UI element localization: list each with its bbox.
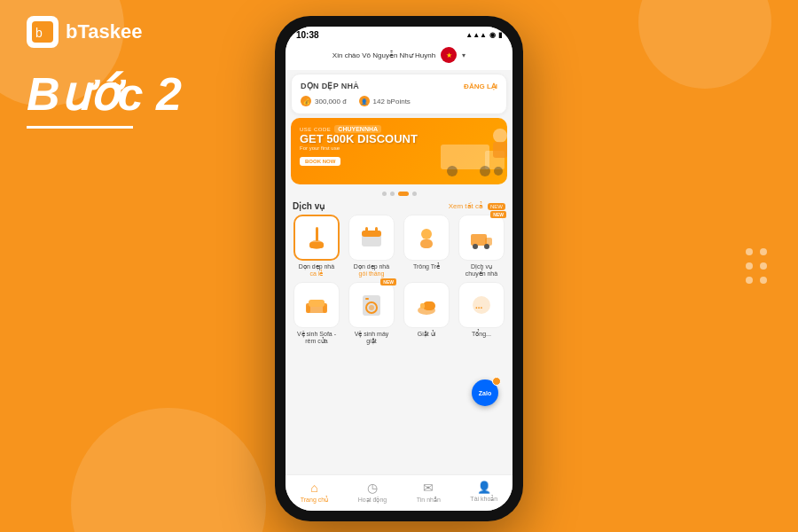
book-now-button[interactable]: BOOK NOW — [300, 157, 340, 166]
service-item-may-giat[interactable]: NEW Vệ sinh máygiặt — [346, 282, 397, 346]
svg-rect-2 — [441, 145, 489, 169]
banner-pagination — [286, 188, 512, 200]
greeting-text: Xin chào Vô Nguyễn Như Huynh — [332, 51, 435, 59]
service-item-don-dep-ca-le[interactable]: Dọn dẹp nhàca lẻ — [291, 215, 342, 278]
step-area: Bước 2 — [27, 71, 182, 129]
service-label-chuyen-nha: Dịch vụchuyển nhà — [466, 263, 497, 278]
svg-rect-32 — [420, 303, 425, 309]
logo-icon: b — [27, 16, 59, 48]
status-icons: ▲▲▲ ◉ ▮ — [466, 31, 502, 39]
booking-card: DỌN DẸP NHÀ ĐĂNG LẠI 💰 300,000 đ 👤 142 b… — [291, 74, 507, 114]
service-icon-giat-ui — [403, 282, 450, 328]
booking-action-button[interactable]: ĐĂNG LẠI — [464, 82, 497, 90]
service-icon-tong: ... — [458, 282, 505, 328]
nav-item-activity[interactable]: ◷ Hoạt động — [358, 481, 387, 504]
service-icon-sofa — [293, 282, 340, 328]
new-badge: NEW — [488, 203, 505, 210]
zalo-chat-button[interactable]: Zalo — [472, 379, 498, 406]
service-label-goi-thang: Dọn dẹp nhàgói tháng — [354, 263, 389, 278]
truck-icon — [467, 223, 496, 252]
broom-icon — [302, 223, 331, 252]
service-item-don-dep-goi-thang[interactable]: Dọn dẹp nhàgói tháng — [346, 215, 397, 278]
status-bar: 10:38 ▲▲▲ ◉ ▮ — [286, 27, 512, 43]
svg-rect-11 — [309, 242, 324, 248]
points-value: 142 bPoints — [373, 98, 411, 106]
nav-item-home[interactable]: ⌂ Trang chủ — [301, 481, 328, 504]
status-time: 10:38 — [296, 30, 319, 40]
booking-info-row: 💰 300,000 đ 👤 142 bPoints — [301, 96, 497, 106]
svg-rect-14 — [365, 227, 368, 232]
services-grid-row2: Vệ sinh Sofa -rèm cửa NEW — [286, 278, 512, 346]
svg-rect-25 — [309, 300, 325, 307]
service-item-trong-tre[interactable]: Trông Trẻ — [401, 215, 452, 278]
booking-card-header: DỌN DẸP NHÀ ĐĂNG LẠI — [301, 82, 497, 90]
message-icon: ✉ — [423, 481, 434, 495]
bottom-navigation: ⌂ Trang chủ ◷ Hoạt động ✉ Tin nhắn 👤 Tài… — [286, 474, 512, 511]
svg-text:b: b — [35, 26, 43, 40]
see-all-link[interactable]: Xem tất cả — [449, 202, 483, 210]
wifi-icon: ◉ — [489, 31, 496, 39]
svg-rect-13 — [362, 231, 381, 237]
svg-point-6 — [494, 167, 503, 176]
service-label-giat-ui: Giặt ủi — [418, 331, 435, 338]
points-icon: 👤 — [359, 96, 370, 106]
zalo-notification-dot — [492, 377, 501, 386]
new-badge-chuyen-nha: NEW — [490, 211, 506, 218]
truck-graphic — [436, 122, 507, 180]
dots-decoration — [746, 248, 767, 284]
activity-icon: ◷ — [367, 481, 378, 495]
signal-icon: ▲▲▲ — [466, 31, 487, 39]
use-code-label: USE CODE — [300, 127, 331, 132]
chevron-down-icon[interactable]: ▾ — [462, 51, 466, 59]
points-info: 👤 142 bPoints — [359, 96, 411, 106]
account-icon: 👤 — [477, 481, 491, 494]
nav-label-activity: Hoạt động — [358, 497, 387, 504]
svg-point-16 — [421, 229, 432, 239]
dot — [760, 262, 767, 270]
svg-rect-17 — [420, 239, 433, 248]
service-icon-chuyen-nha: NEW — [458, 215, 505, 261]
nav-item-account[interactable]: 👤 Tài khoản — [470, 481, 497, 504]
services-header: Dịch vụ Xem tất cả NEW — [286, 200, 512, 215]
service-icon-may-giat: NEW — [348, 282, 395, 328]
phone-frame: 10:38 ▲▲▲ ◉ ▮ Xin chào Vô Nguyễn Như Huy… — [275, 16, 523, 521]
dot — [760, 248, 767, 255]
nav-item-messages[interactable]: ✉ Tin nhắn — [417, 481, 441, 504]
coin-icon: 💰 — [301, 96, 311, 106]
more-icon: ... — [467, 291, 496, 319]
service-item-tong[interactable]: ... Tổng... — [456, 282, 507, 346]
service-icon-don-dep-ca-le — [293, 215, 340, 261]
zalo-label: Zalo — [479, 390, 491, 396]
service-item-chuyen-nha[interactable]: NEW Dịch vụchuyển nhà — [456, 215, 507, 278]
svg-point-21 — [484, 244, 489, 249]
dot — [746, 277, 753, 284]
booking-title: DỌN DẸP NHÀ — [301, 82, 359, 90]
step-underline — [27, 126, 133, 129]
promo-banner[interactable]: USE CODE CHUYENNHA GET 500K DISCOUNT For… — [291, 118, 507, 184]
baby-icon — [412, 223, 441, 252]
nav-label-messages: Tin nhắn — [417, 497, 441, 504]
iron-icon — [412, 291, 441, 319]
nav-label-home: Trang chủ — [301, 497, 328, 504]
step-title: Bước 2 — [27, 71, 182, 117]
svg-rect-31 — [423, 301, 435, 310]
logo-area: b bTaskee — [27, 16, 142, 48]
service-item-giat-ui[interactable]: Giặt ủi — [401, 282, 452, 346]
service-item-sofa[interactable]: Vệ sinh Sofa -rèm cửa — [291, 282, 342, 346]
dot — [760, 277, 767, 284]
svg-text:...: ... — [475, 301, 483, 310]
service-label-tong: Tổng... — [472, 331, 491, 338]
bg-decoration-br — [71, 408, 266, 532]
services-title: Dịch vụ — [293, 201, 325, 211]
service-label-may-giat: Vệ sinh máygiặt — [355, 331, 389, 346]
page-dot-2 — [390, 192, 395, 196]
svg-point-28 — [369, 305, 374, 310]
new-badge-may-giat: NEW — [380, 278, 396, 286]
services-grid-row1: Dọn dẹp nhàca lẻ — [286, 215, 512, 278]
service-icon-goi-thang — [348, 215, 395, 261]
page-dot-4 — [412, 192, 417, 196]
price-info: 💰 300,000 đ — [301, 96, 347, 106]
service-icon-trong-tre — [403, 215, 450, 261]
page-dot-1 — [382, 192, 387, 196]
washing-machine-icon — [357, 291, 386, 319]
